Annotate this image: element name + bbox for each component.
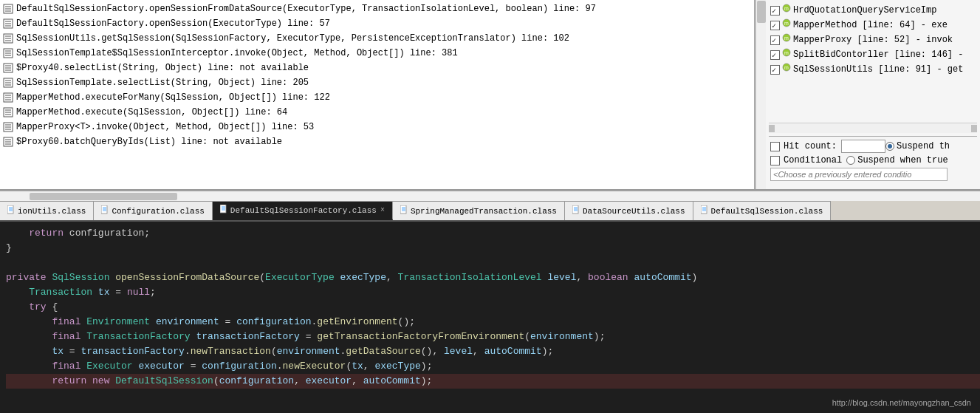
right-item-text: MapperProxy [line: 52] - invok [793,33,953,47]
bottom-panel: ionUtils.classConfiguration.classDefault… [0,201,980,413]
tab-label: ionUtils.class [18,207,86,216]
hit-count-label: Hit count: [784,141,837,151]
conditional-label: Conditional [784,155,842,165]
tab-label: SpringManagedTransaction.class [411,207,557,216]
svg-text:m: m [784,35,789,41]
suspend-label: Suspend th [897,141,950,151]
right-panel-item[interactable]: mMapperProxy [line: 52] - invok [769,33,977,47]
tab-label: Configuration.class [112,207,204,216]
method-icon: m [782,63,791,76]
stack-item-icon [3,78,13,88]
suspend-when-true-radio[interactable]: Suspend when true [846,155,948,165]
condition-input[interactable] [770,168,948,181]
svg-text:m: m [784,6,789,11]
tab-bar: ionUtils.classConfiguration.classDefault… [0,201,980,222]
stack-trace-item[interactable]: SqlSessionUtils.getSqlSession(SqlSession… [0,31,754,46]
stack-trace-list[interactable]: DefaultSqlSessionFactory.openSessionFrom… [0,0,754,189]
tab-SpringManagedTransaction[interactable]: SpringManagedTransaction.class [393,201,565,220]
conditional-checkbox[interactable] [770,156,780,165]
stack-item-text: $Proxy40.selectList(String, Object) line… [16,61,309,75]
method-icon: m [782,18,791,32]
code-area: return configuration; } private SqlSessi… [0,222,980,413]
suspend-when-true-label: Suspend when true [857,155,948,165]
tab-file-icon [101,205,109,216]
stack-item-icon [3,33,13,44]
method-icon: m [782,4,791,17]
right-item-checkbox[interactable] [770,35,780,45]
right-panel-item[interactable]: mSqlSessionUtils [line: 91] - get [769,62,977,77]
right-panel-list[interactable]: mHrdQuotationQueryServiceImpmMapperMetho… [769,3,977,123]
stack-item-icon [3,122,13,132]
method-icon: m [782,48,791,61]
stack-trace-item[interactable]: DefaultSqlSessionFactory.openSession(Exe… [0,16,754,31]
hit-count-checkbox[interactable] [770,142,780,151]
stack-item-text: SqlSessionUtils.getSqlSession(SqlSession… [16,32,569,45]
right-panel: mHrdQuotationQueryServiceImpmMapperMetho… [766,0,980,189]
suspend-radio[interactable]: Suspend th [885,141,950,151]
right-item-checkbox[interactable] [770,50,780,60]
right-panel-item[interactable]: mMapperMethod [line: 64] - exe [769,18,977,33]
right-panel-item[interactable]: mHrdQuotationQueryServiceImp [769,3,977,18]
tab-file-icon [220,205,227,216]
tab-file-icon [400,205,408,216]
stack-item-text: $Proxy60.batchQueryByIds(List) line: not… [16,135,282,149]
stack-item-icon [3,18,13,29]
hit-count-input[interactable] [841,140,885,153]
stack-item-icon [3,63,13,73]
stack-item-icon [3,48,13,58]
stack-trace-item[interactable]: MapperMethod.execute(SqlSession, Object[… [0,105,754,120]
stack-trace-hscrollbar[interactable] [0,191,980,201]
right-item-checkbox[interactable] [770,6,780,16]
svg-text:m: m [784,65,789,70]
watermark: http://blog.csdn.net/mayongzhan_csdn [832,398,971,407]
stack-item-icon [3,92,13,103]
right-item-checkbox[interactable] [770,65,780,75]
stack-trace-item[interactable]: SqlSessionTemplate.selectList(String, Ob… [0,75,754,90]
tab-ionUtils[interactable]: ionUtils.class [0,201,94,220]
tab-label: DefaultSqlSessionFactory.class [230,206,377,215]
stack-item-text: DefaultSqlSessionFactory.openSession(Exe… [16,17,330,30]
right-item-checkbox[interactable] [770,21,780,30]
stack-item-icon [3,107,13,117]
stack-trace-item[interactable]: SqlSessionTemplate$SqlSessionInterceptor… [0,46,754,61]
right-item-text: HrdQuotationQueryServiceImp [793,4,936,17]
stack-item-text: MapperProxy<T>.invoke(Object, Method, Ob… [16,120,314,134]
svg-text:m: m [784,50,789,55]
stack-item-text: SqlSessionTemplate$SqlSessionInterceptor… [16,47,458,60]
stack-item-icon [3,137,13,147]
tab-close-button[interactable]: × [380,206,385,214]
tab-file-icon [701,205,708,216]
method-icon: m [782,33,791,47]
tab-label: DefaultSqlSession.class [711,207,823,216]
tab-DataSourceUtils[interactable]: DataSourceUtils.class [565,201,693,220]
stack-item-text: MapperMethod.execute(SqlSession, Object[… [16,106,287,119]
stack-item-text: SqlSessionTemplate.selectList(String, Ob… [16,76,309,89]
tab-DefaultSqlSessionFactory[interactable]: DefaultSqlSessionFactory.class× [213,201,393,220]
right-item-text: SqlSessionUtils [line: 91] - get [793,63,963,76]
stack-trace-item[interactable]: MapperProxy<T>.invoke(Object, Method, Ob… [0,120,754,134]
stack-trace-scrollbar[interactable] [755,0,766,189]
tab-DefaultSqlSession[interactable]: DefaultSqlSession.class [693,201,832,220]
svg-text:m: m [784,21,789,26]
stack-item-text: MapperMethod.executeForMany(SqlSession, … [16,91,330,104]
stack-item-icon [3,4,13,14]
stack-item-text: DefaultSqlSessionFactory.openSessionFrom… [16,2,596,16]
tab-Configuration[interactable]: Configuration.class [94,201,212,220]
right-panel-item[interactable]: mSplitBidContorller [line: 146] - [769,47,977,62]
tab-file-icon [7,205,15,216]
bottom-controls: Hit count: Suspend th Conditional Suspen… [769,136,977,186]
stack-trace-item[interactable]: DefaultSqlSessionFactory.openSessionFrom… [0,1,754,16]
tab-label: DataSourceUtils.class [583,207,685,216]
right-item-text: SplitBidContorller [line: 146] - [793,48,963,61]
tab-file-icon [572,205,580,216]
right-item-text: MapperMethod [line: 64] - exe [793,18,948,32]
stack-trace-item[interactable]: $Proxy40.selectList(String, Object) line… [0,61,754,75]
stack-trace-item[interactable]: MapperMethod.executeForMany(SqlSession, … [0,90,754,105]
stack-trace-item[interactable]: $Proxy60.batchQueryByIds(List) line: not… [0,134,754,149]
